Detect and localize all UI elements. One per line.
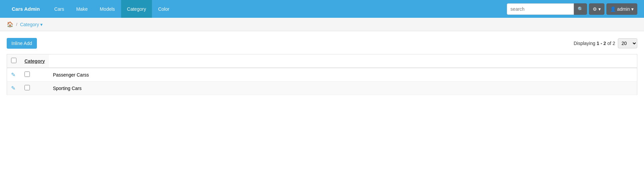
navbar-link-category[interactable]: Category <box>121 0 152 18</box>
edit-cell: ✎ <box>7 68 21 82</box>
home-icon[interactable]: 🏠 <box>7 21 13 28</box>
table-body: ✎ Passenger Carss ✎ Sporting Cars <box>7 68 637 95</box>
inline-add-button[interactable]: Inline Add <box>7 38 37 49</box>
main-content: Inline Add Displaying 1 - 2 of 2 2050100 <box>0 31 644 102</box>
admin-dropdown-icon: ▾ <box>631 6 634 12</box>
select-all-checkbox[interactable] <box>11 58 16 63</box>
gear-icon: ⚙ <box>593 6 597 12</box>
page-size-select[interactable]: 2050100 <box>618 38 637 48</box>
table-row: ✎ Sporting Cars <box>7 82 637 95</box>
navbar-link-models[interactable]: Models <box>94 0 121 18</box>
navbar: Cars Admin CarsMakeModelsCategoryColor 🔍… <box>0 0 644 18</box>
search-input[interactable] <box>507 3 574 15</box>
edit-icon[interactable]: ✎ <box>11 85 15 91</box>
gear-button[interactable]: ⚙ ▾ <box>589 3 604 15</box>
row-checkbox[interactable] <box>24 85 30 90</box>
header-checkbox-col <box>7 54 21 68</box>
table-row: ✎ Passenger Carss <box>7 68 637 82</box>
edit-cell: ✎ <box>7 82 21 95</box>
category-sort-link[interactable]: Category <box>24 58 45 64</box>
column-header-category: Category <box>20 54 49 68</box>
edit-icon[interactable]: ✎ <box>11 72 15 78</box>
breadcrumb-current[interactable]: Category ▾ <box>20 22 43 27</box>
pagination-info: Displaying 1 - 2 of 2 2050100 <box>574 38 637 48</box>
category-cell: Passenger Carss <box>49 68 637 82</box>
navbar-brand[interactable]: Cars Admin <box>7 6 45 12</box>
row-checkbox[interactable] <box>24 72 30 77</box>
search-button[interactable]: 🔍 <box>574 3 587 15</box>
gear-dropdown-icon: ▾ <box>598 6 601 12</box>
admin-label: admin <box>617 6 630 12</box>
navbar-links: CarsMakeModelsCategoryColor <box>48 0 507 18</box>
checkbox-cell <box>20 68 49 82</box>
toolbar: Inline Add Displaying 1 - 2 of 2 2050100 <box>7 38 637 49</box>
table-header: Category <box>7 54 637 68</box>
user-icon: 👤 <box>610 6 616 12</box>
navbar-link-cars[interactable]: Cars <box>48 0 70 18</box>
breadcrumb-dropdown-icon: ▾ <box>40 22 43 27</box>
navbar-link-color[interactable]: Color <box>152 0 175 18</box>
breadcrumb-separator: / <box>16 22 17 27</box>
admin-button[interactable]: 👤 admin ▾ <box>606 3 637 15</box>
displaying-label: Displaying 1 - 2 of 2 <box>574 41 615 46</box>
navbar-link-make[interactable]: Make <box>70 0 94 18</box>
checkbox-cell <box>20 82 49 95</box>
category-cell: Sporting Cars <box>49 82 637 95</box>
search-form: 🔍 <box>507 3 587 15</box>
breadcrumb: 🏠 / Category ▾ <box>0 18 644 31</box>
navbar-right: 🔍 ⚙ ▾ 👤 admin ▾ <box>507 3 637 15</box>
data-table: Category ✎ Passenger Carss ✎ Sporting Ca… <box>7 54 637 95</box>
